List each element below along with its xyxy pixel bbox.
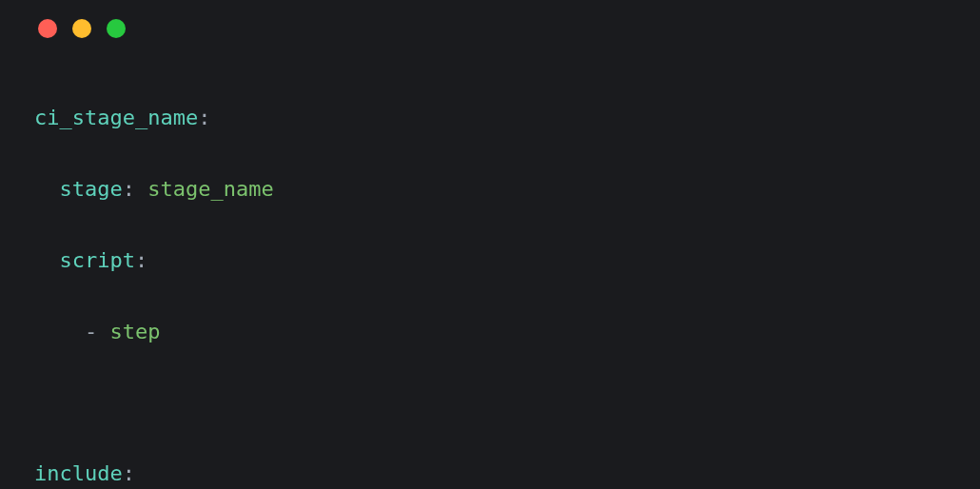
yaml-value: step bbox=[109, 320, 160, 343]
colon: : bbox=[123, 461, 135, 485]
dash: - bbox=[85, 320, 97, 343]
yaml-key: stage bbox=[59, 177, 122, 201]
code-line: script: bbox=[34, 243, 946, 278]
colon: : bbox=[135, 248, 147, 272]
colon: : bbox=[198, 106, 210, 129]
code-line: - step bbox=[34, 314, 946, 349]
window-controls bbox=[0, 0, 980, 38]
yaml-key: script bbox=[59, 248, 134, 272]
yaml-key: ci_stage_name bbox=[34, 106, 198, 129]
yaml-value: stage_name bbox=[147, 177, 273, 201]
yaml-key: include bbox=[34, 461, 123, 485]
code-line: stage: stage_name bbox=[34, 171, 946, 206]
blank-line bbox=[34, 385, 946, 421]
close-icon[interactable] bbox=[38, 19, 57, 38]
code-line: include: bbox=[34, 456, 946, 489]
code-block: ci_stage_name: stage: stage_name script:… bbox=[0, 38, 980, 489]
maximize-icon[interactable] bbox=[107, 19, 126, 38]
code-line: ci_stage_name: bbox=[34, 100, 946, 135]
colon: : bbox=[123, 177, 135, 201]
minimize-icon[interactable] bbox=[72, 19, 91, 38]
